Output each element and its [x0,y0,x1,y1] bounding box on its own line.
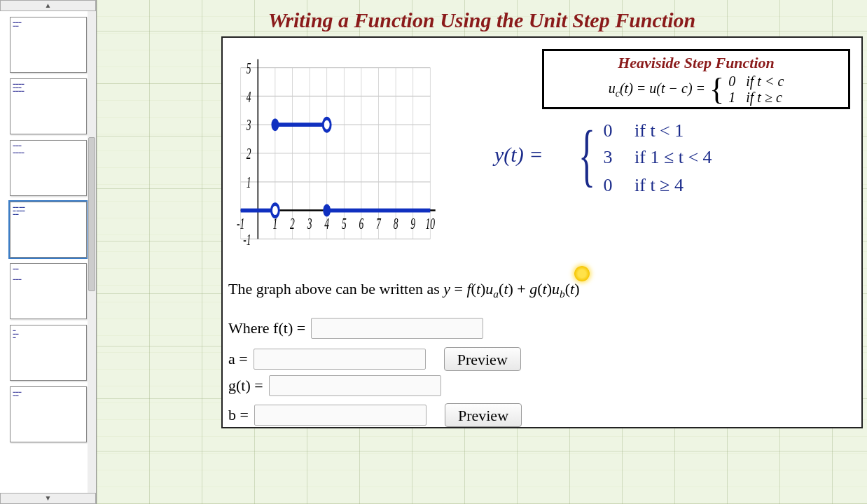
thumbnail-list: ▬▬▬▬▬ ▬▬▬▬▬▬▬▬▬▬▬ ▬▬▬▬▬▬▬ ▬▬ ▬▬▬ ▬▬▬▬▬ ▬… [0,11,96,493]
input-row-b: b = Preview [228,403,522,427]
input-a[interactable] [254,349,426,370]
svg-point-26 [323,118,331,131]
preview-button-a[interactable]: Preview [444,347,521,371]
label-gt: g(t) = [228,377,263,395]
input-row-ft: Where f(t) = [228,318,483,339]
svg-text:10: 10 [426,215,436,232]
input-ft[interactable] [311,318,483,339]
input-gt[interactable] [269,375,441,396]
handwritten-row-1: 0if t < 1 [594,120,663,141]
svg-text:9: 9 [410,215,415,232]
handwritten-lhs: y(t) = [494,143,543,167]
handwritten-row-3: 0if t ≥ 4 [594,175,663,196]
slide-thumbnail[interactable]: ▬▬▬▬▬ [10,386,87,442]
slide-thumbnail[interactable]: ▬▬▬▬▬ [10,17,87,73]
question-text: The graph above can be written as y = f(… [228,280,580,300]
svg-text:6: 6 [359,215,364,232]
svg-text:7: 7 [376,215,381,232]
input-b[interactable] [254,405,426,426]
slide-thumbnail[interactable]: ▬▬▬▬▬▬▬▬▬▬▬ [10,78,87,134]
svg-text:2: 2 [290,215,295,232]
laser-pointer-icon [574,266,590,281]
svg-text:4: 4 [324,215,329,232]
svg-point-25 [271,118,279,131]
input-row-gt: g(t) = [228,375,441,396]
thumbnail-panel: ▲ ▬▬▬▬▬ ▬▬▬▬▬▬▬▬▬▬▬ ▬▬▬▬▬▬▬ ▬▬ ▬▬▬ ▬▬▬▬▬… [0,0,97,504]
heaviside-row1-cond: if t < c [746,74,784,89]
svg-text:-1: -1 [243,230,251,248]
svg-text:1: 1 [247,173,251,190]
svg-text:3: 3 [307,215,312,232]
handwritten-brace: { [578,115,595,195]
slide-thumbnail[interactable]: ▬▬▬▬▬ [10,263,87,319]
content-card: -112 345 678 910 1 2 3 4 5 -1 Heaviside … [221,36,863,428]
handwritten-row-2: 3if 1 ≤ t < 4 [594,147,663,168]
slide-canvas: Writing a Function Using the Unit Step F… [97,0,867,504]
scroll-up-arrow[interactable]: ▲ [0,0,96,11]
label-b: b = [228,406,249,424]
scroll-down-arrow[interactable]: ▼ [0,493,96,504]
heaviside-row2-val: 1 [728,90,735,105]
step-function-chart: -112 345 678 910 1 2 3 4 5 -1 [227,45,444,262]
heaviside-definition-box: Heaviside Step Function uc(t) = u(t − c)… [542,49,850,109]
scrollbar-thumb[interactable] [88,137,95,291]
slide-thumbnail[interactable]: ▬▬▬▬ [10,325,87,381]
heaviside-title: Heaviside Step Function [550,54,842,72]
svg-text:5: 5 [342,215,347,232]
svg-text:2: 2 [247,145,251,162]
svg-text:5: 5 [247,59,251,76]
svg-text:1: 1 [273,215,278,232]
slide-thumbnail[interactable]: ▬▬ ▬▬▬ ▬▬▬▬▬ [10,202,87,258]
page-title: Writing a Function Using the Unit Step F… [97,0,867,36]
label-ft: Where f(t) = [228,319,305,337]
thumbnail-scrollbar[interactable] [88,11,96,493]
slide-thumbnail[interactable]: ▬▬▬▬▬▬▬ [10,140,87,196]
heaviside-row2-cond: if t ≥ c [746,90,782,105]
svg-text:8: 8 [394,215,398,232]
label-a: a = [228,350,248,368]
svg-text:4: 4 [247,88,251,105]
heaviside-formula: uc(t) = u(t − c) = { 0 if t < c 1 if t ≥… [550,74,842,106]
heaviside-row1-val: 0 [728,74,735,89]
preview-button-b[interactable]: Preview [445,403,522,427]
svg-text:3: 3 [246,116,251,134]
input-row-a: a = Preview [228,347,521,371]
